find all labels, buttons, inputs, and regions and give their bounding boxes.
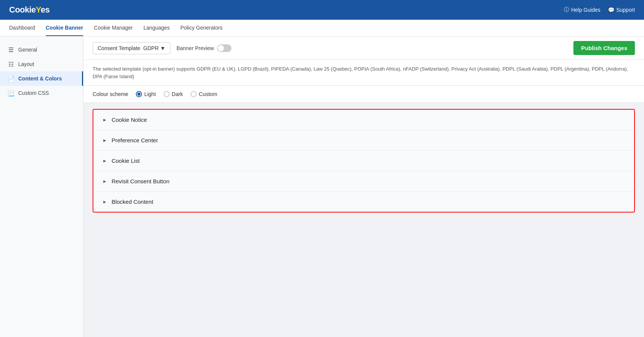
nav-item-languages[interactable]: Languages [143,20,170,36]
header-right: ⓘ Help Guides 💬 Support [564,6,635,13]
radio-light-circle [136,91,142,97]
nav-bar: Dashboard Cookie Banner Cookie Manager L… [0,20,644,36]
accordion-arrow-cookie-list: ► [102,158,107,164]
radio-custom-circle [191,91,197,97]
nav-item-policy-generators[interactable]: Policy Generators [180,20,222,36]
radio-dark[interactable]: Dark [164,91,183,97]
help-guides-link[interactable]: ⓘ Help Guides [564,6,600,13]
toolbar-left: Consent Template GDPR ▼ Banner Preview [93,42,231,54]
sidebar-label-general: General [18,47,37,53]
accordion-container: ► Cookie Notice ► Preference Center ► Co… [93,109,635,213]
custom-css-icon: 📃 [8,90,14,96]
sidebar: ☰ General ☷ Layout 📄 Content & Colors 📃 … [0,36,83,337]
toolbar: Consent Template GDPR ▼ Banner Preview P… [83,36,644,60]
help-guides-label: Help Guides [571,7,600,13]
consent-template-value: GDPR ▼ [143,45,165,51]
sidebar-item-general[interactable]: ☰ General [0,43,83,57]
help-icon: ⓘ [564,6,569,13]
consent-template-select[interactable]: Consent Template GDPR ▼ [93,42,170,54]
accordion-item-cookie-notice: ► Cookie Notice [93,110,634,130]
accordion-arrow-preference-center: ► [102,138,107,143]
main-layout: ☰ General ☷ Layout 📄 Content & Colors 📃 … [0,36,644,337]
accordion-header-blocked-content[interactable]: ► Blocked Content [93,192,634,212]
accordion-header-preference-center[interactable]: ► Preference Center [93,130,634,150]
nav-item-cookie-banner[interactable]: Cookie Banner [46,20,83,36]
dropdown-arrow-icon: ▼ [160,45,165,51]
radio-custom-label: Custom [199,91,217,97]
accordion-label-preference-center: Preference Center [112,137,158,143]
sidebar-item-custom-css[interactable]: 📃 Custom CSS [0,86,83,100]
layout-icon: ☷ [8,61,14,68]
accordion-arrow-revisit-consent: ► [102,179,107,184]
support-icon: 💬 [608,7,614,13]
nav-item-dashboard[interactable]: Dashboard [9,20,35,36]
banner-preview-label: Banner Preview [176,45,214,51]
sidebar-label-content-colors: Content & Colors [18,76,62,82]
radio-light-label: Light [144,91,156,97]
top-header: CookieYes ⓘ Help Guides 💬 Support [0,0,644,20]
sidebar-item-content-colors[interactable]: 📄 Content & Colors [0,71,83,86]
colour-scheme-section: Colour scheme Light Dark Custom [83,86,644,103]
accordion-item-preference-center: ► Preference Center [93,130,634,151]
accordion-header-cookie-notice[interactable]: ► Cookie Notice [93,110,634,130]
accordion-header-cookie-list[interactable]: ► Cookie List [93,151,634,171]
accordion-label-revisit-consent: Revisit Consent Button [112,178,170,184]
accordion-item-blocked-content: ► Blocked Content [93,192,634,212]
support-link[interactable]: 💬 Support [608,7,635,13]
accordion-item-revisit-consent: ► Revisit Consent Button [93,171,634,192]
publish-changes-button[interactable]: Publish Changes [573,41,635,55]
radio-custom[interactable]: Custom [191,91,217,97]
accordion-label-cookie-list: Cookie List [112,157,140,164]
accordion-header-revisit-consent[interactable]: ► Revisit Consent Button [93,171,634,191]
sidebar-label-layout: Layout [18,61,34,67]
general-icon: ☰ [8,46,14,53]
sidebar-item-layout[interactable]: ☷ Layout [0,57,83,71]
consent-template-label: Consent Template [98,45,140,51]
accordion-label-cookie-notice: Cookie Notice [112,117,147,123]
accordion-label-blocked-content: Blocked Content [112,198,153,205]
accordion-arrow-blocked-content: ► [102,199,107,205]
support-label: Support [616,7,635,13]
nav-item-cookie-manager[interactable]: Cookie Manager [94,20,133,36]
content-colors-icon: 📄 [8,75,14,82]
radio-light[interactable]: Light [136,91,156,97]
banner-preview: Banner Preview [176,44,231,52]
content-area: Consent Template GDPR ▼ Banner Preview P… [83,36,644,337]
colour-scheme-label: Colour scheme [93,91,128,97]
radio-dark-circle [164,91,170,97]
sidebar-label-custom-css: Custom CSS [18,90,49,96]
colour-scheme-radio-group: Light Dark Custom [136,91,217,97]
logo: CookieYes [9,5,50,15]
info-text: The selected template (opt-in banner) su… [83,60,644,86]
radio-dark-label: Dark [172,91,183,97]
accordion-item-cookie-list: ► Cookie List [93,151,634,171]
banner-preview-toggle[interactable] [217,44,231,52]
accordion-arrow-cookie-notice: ► [102,117,107,123]
